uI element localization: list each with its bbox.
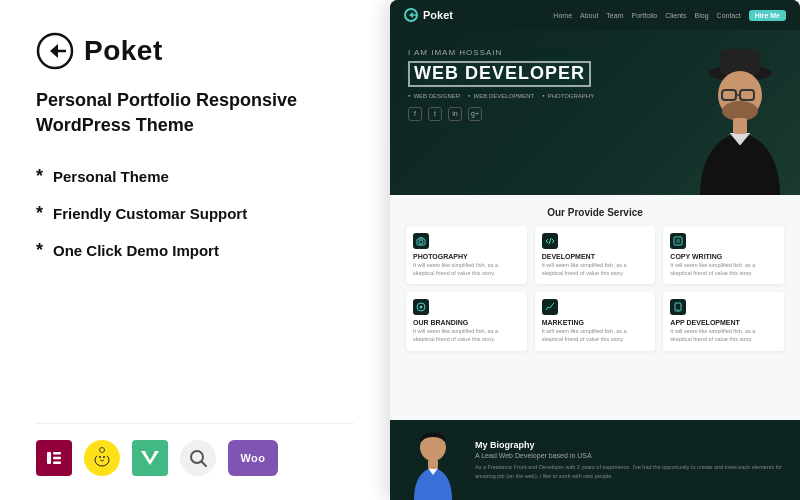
service-desc-photography: It will seem like simplified fish, as a …	[413, 262, 520, 277]
service-desc-marketing: It will seem like simplified fish, as a …	[542, 328, 649, 343]
bio-person-image	[406, 425, 461, 495]
service-card-branding: OUR BRANDING It will seem like simplifie…	[406, 292, 527, 350]
service-name-copywriting: COPY WRITING	[670, 253, 777, 260]
svg-rect-3	[53, 452, 61, 455]
bio-subtitle: A Lead Web Developer based in USA	[475, 452, 784, 459]
preview-nav-links: Home About Team Portfolio Clients Blog C…	[553, 10, 786, 21]
svg-rect-5	[53, 462, 61, 465]
svg-point-8	[99, 456, 101, 458]
preview-logo: Poket	[404, 8, 453, 22]
hero-social-icons: f t in g+	[408, 107, 782, 121]
svg-point-31	[420, 306, 423, 309]
service-name-development: DEVELOPMENT	[542, 253, 649, 260]
logo-text: Poket	[84, 35, 163, 67]
preview-logo-text: Poket	[423, 9, 453, 21]
hero-tags: WEB DESIGNER WEB DEVELOPMENT PHOTOGRAPHY	[408, 93, 782, 99]
hero-text: I AM IMAM HOSSAIN WEB DEVELOPER WEB DESI…	[408, 48, 782, 121]
nav-link-about: About	[580, 12, 598, 19]
mailchimp-icon[interactable]	[84, 440, 120, 476]
features-list: Personal Theme Friendly Customar Support…	[36, 166, 354, 261]
service-name-app: APP DEVELOPMENT	[670, 319, 777, 326]
theme-preview: Poket Home About Team Portfolio Clients …	[390, 0, 800, 500]
logo-area: Poket	[36, 32, 354, 70]
hero-tag-3: PHOTOGRAPHY	[542, 93, 594, 99]
service-name-marketing: MARKETING	[542, 319, 649, 326]
svg-line-26	[549, 238, 551, 244]
bio-text: As a Freelance Front-end Developer with …	[475, 463, 784, 480]
preview-logo-icon	[404, 8, 418, 22]
woocommerce-icon[interactable]: Woo	[228, 440, 278, 476]
service-card-development: DEVELOPMENT It will seem like simplified…	[535, 226, 656, 284]
logo-icon	[36, 32, 74, 70]
preview-hero: I AM IMAM HOSSAIN WEB DEVELOPER WEB DESI…	[390, 30, 800, 195]
services-section-title: Our Provide Service	[406, 207, 784, 218]
branding-icon	[413, 299, 429, 315]
svg-line-14	[202, 462, 207, 467]
hero-subtitle: I AM IMAM HOSSAIN	[408, 48, 782, 57]
preview-navbar: Poket Home About Team Portfolio Clients …	[390, 0, 800, 30]
right-panel-preview: Poket Home About Team Portfolio Clients …	[390, 0, 800, 500]
service-name-photography: PHOTOGRAPHY	[413, 253, 520, 260]
social-facebook-icon[interactable]: f	[408, 107, 422, 121]
social-twitter-icon[interactable]: t	[428, 107, 442, 121]
bio-content: My Biography A Lead Web Developer based …	[475, 440, 784, 480]
nav-link-team: Team	[606, 12, 623, 19]
service-desc-development: It will seem like simplified fish, as a …	[542, 262, 649, 277]
social-google-icon[interactable]: g+	[468, 107, 482, 121]
development-icon	[542, 233, 558, 249]
service-card-photography: PHOTOGRAPHY It will seem like simplified…	[406, 226, 527, 284]
service-card-app: APP DEVELOPMENT It will seem like simpli…	[663, 292, 784, 350]
feature-item-3: One Click Demo Import	[36, 240, 354, 261]
nav-link-clients: Clients	[665, 12, 686, 19]
feature-item-2: Friendly Customar Support	[36, 203, 354, 224]
svg-point-10	[100, 448, 105, 453]
photography-icon	[413, 233, 429, 249]
nav-link-contact: Contact	[717, 12, 741, 19]
tagline: Personal Portfolio Responsive WordPress …	[36, 88, 316, 138]
svg-rect-4	[53, 457, 61, 460]
service-desc-app: It will seem like simplified fish, as a …	[670, 328, 777, 343]
hero-tag-2: WEB DEVELOPMENT	[468, 93, 534, 99]
svg-point-9	[103, 456, 105, 458]
feature-item-1: Personal Theme	[36, 166, 354, 187]
svg-point-25	[419, 240, 423, 244]
search-plugin-icon[interactable]	[180, 440, 216, 476]
service-card-copywriting: COPY WRITING It will seem like simplifie…	[663, 226, 784, 284]
hero-title-text: WEB DEVELOPER	[408, 61, 591, 87]
preview-bio-section: My Biography A Lead Web Developer based …	[390, 420, 800, 500]
service-desc-branding: It will seem like simplified fish, as a …	[413, 328, 520, 343]
social-linkedin-icon[interactable]: in	[448, 107, 462, 121]
service-name-branding: OUR BRANDING	[413, 319, 520, 326]
nav-link-home: Home	[553, 12, 572, 19]
svg-rect-35	[428, 459, 438, 469]
hero-tag-1: WEB DESIGNER	[408, 93, 460, 99]
svg-rect-27	[674, 237, 682, 245]
elementor-icon[interactable]	[36, 440, 72, 476]
preview-services: Our Provide Service PHOTOGRAPHY It will …	[390, 195, 800, 420]
svg-rect-2	[47, 452, 51, 464]
bio-title: My Biography	[475, 440, 784, 450]
copywriting-icon	[670, 233, 686, 249]
nav-cta-button[interactable]: Hire Me	[749, 10, 786, 21]
marketing-icon	[542, 299, 558, 315]
service-desc-copywriting: It will seem like simplified fish, as a …	[670, 262, 777, 277]
left-panel: Poket Personal Portfolio Responsive Word…	[0, 0, 390, 500]
service-card-marketing: MARKETING It will seem like simplified f…	[535, 292, 656, 350]
vuejs-icon[interactable]	[132, 440, 168, 476]
hero-title: WEB DEVELOPER	[408, 61, 782, 87]
nav-link-blog: Blog	[695, 12, 709, 19]
woo-label: Woo	[240, 452, 265, 464]
nav-link-portfolio: Portfolio	[631, 12, 657, 19]
plugin-icons-row: Woo	[36, 423, 354, 476]
app-development-icon	[670, 299, 686, 315]
services-grid: PHOTOGRAPHY It will seem like simplified…	[406, 226, 784, 351]
svg-point-7	[97, 452, 107, 460]
